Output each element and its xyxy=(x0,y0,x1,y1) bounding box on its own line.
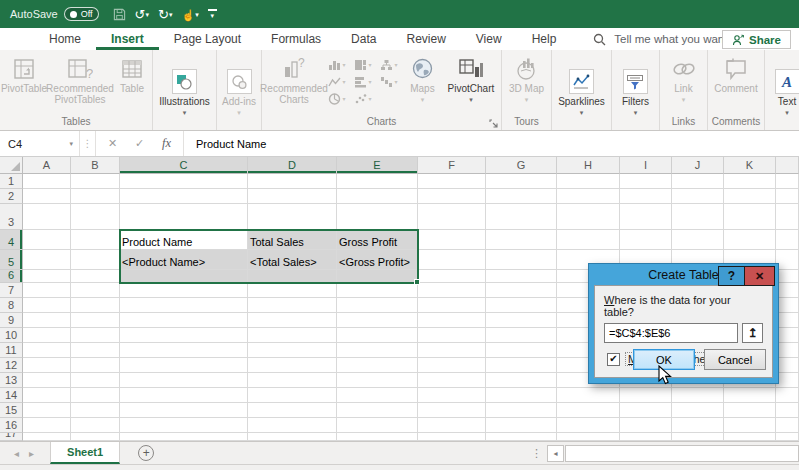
dropdown-icon[interactable] xyxy=(195,11,199,18)
cell-E3[interactable] xyxy=(337,204,418,230)
cell-H17[interactable] xyxy=(557,433,620,441)
cell-G2[interactable] xyxy=(486,189,557,204)
autosave-toggle[interactable]: Off xyxy=(64,7,99,21)
cell-C7[interactable] xyxy=(120,283,248,298)
cell-B12[interactable] xyxy=(71,358,120,373)
row-header-10[interactable]: 10 xyxy=(0,328,23,343)
column-header-E[interactable]: E xyxy=(337,157,418,174)
tab-review[interactable]: Review xyxy=(391,28,460,50)
cell-E11[interactable] xyxy=(337,343,418,358)
column-header-K[interactable]: K xyxy=(724,157,776,174)
cell-K4[interactable] xyxy=(724,230,776,250)
cell-A17[interactable] xyxy=(23,433,71,441)
cell-G8[interactable] xyxy=(486,298,557,313)
cell-A12[interactable] xyxy=(23,358,71,373)
cell-partial-1[interactable] xyxy=(776,174,799,189)
cell-E16[interactable] xyxy=(337,418,418,433)
cell-A10[interactable] xyxy=(23,328,71,343)
cell-D11[interactable] xyxy=(248,343,337,358)
sheet-tab-sheet1[interactable]: Sheet1 xyxy=(50,442,120,464)
cancel-entry-icon[interactable]: ✕ xyxy=(99,137,126,150)
row-header-16[interactable]: 16 xyxy=(0,418,23,433)
column-chart-button[interactable] xyxy=(324,56,350,73)
cell-F6[interactable] xyxy=(418,270,486,283)
cell-A13[interactable] xyxy=(23,373,71,388)
cell-B8[interactable] xyxy=(71,298,120,313)
cell-H2[interactable] xyxy=(557,189,620,204)
cell-D9[interactable] xyxy=(248,313,337,328)
cell-G1[interactable] xyxy=(486,174,557,189)
cell-D5[interactable]: <Total Sales> xyxy=(248,250,337,270)
cell-E5[interactable]: <Gross Profit> xyxy=(337,250,418,270)
cell-E8[interactable] xyxy=(337,298,418,313)
recommended-pivottables-button[interactable]: ? Recommended PivotTables xyxy=(46,52,114,105)
pivottable-button[interactable]: PivotTable xyxy=(2,52,46,95)
cell-E12[interactable] xyxy=(337,358,418,373)
cell-F17[interactable] xyxy=(418,433,486,441)
filters-button[interactable]: Filters xyxy=(620,66,651,116)
cell-E13[interactable] xyxy=(337,373,418,388)
cell-I4[interactable] xyxy=(620,230,672,250)
share-button[interactable]: Share xyxy=(722,30,791,49)
autosave-control[interactable]: AutoSave Off xyxy=(10,7,99,21)
cell-A16[interactable] xyxy=(23,418,71,433)
column-header-partial[interactable] xyxy=(776,157,799,174)
cell-K14[interactable] xyxy=(724,388,776,403)
row-header-1[interactable]: 1 xyxy=(0,174,23,189)
cell-B17[interactable] xyxy=(71,433,120,441)
cell-F7[interactable] xyxy=(418,283,486,298)
cell-A4[interactable] xyxy=(23,230,71,250)
cell-C16[interactable] xyxy=(120,418,248,433)
cell-partial-10[interactable] xyxy=(776,328,799,343)
cell-E10[interactable] xyxy=(337,328,418,343)
cell-D10[interactable] xyxy=(248,328,337,343)
cell-D16[interactable] xyxy=(248,418,337,433)
cell-H3[interactable] xyxy=(557,204,620,230)
cell-K17[interactable] xyxy=(724,433,776,441)
cell-C14[interactable] xyxy=(120,388,248,403)
select-all-corner[interactable] xyxy=(0,157,23,174)
cell-partial-17[interactable] xyxy=(776,433,799,441)
cell-partial-15[interactable] xyxy=(776,403,799,418)
line-chart-button[interactable] xyxy=(324,73,350,90)
cell-D4[interactable]: Total Sales xyxy=(248,230,337,250)
cell-B16[interactable] xyxy=(71,418,120,433)
cell-D2[interactable] xyxy=(248,189,337,204)
row-header-9[interactable]: 9 xyxy=(0,313,23,328)
cell-G13[interactable] xyxy=(486,373,557,388)
tab-data[interactable]: Data xyxy=(336,28,391,50)
cell-H16[interactable] xyxy=(557,418,620,433)
cell-J14[interactable] xyxy=(672,388,724,403)
cell-partial-2[interactable] xyxy=(776,189,799,204)
cell-C15[interactable] xyxy=(120,403,248,418)
cell-partial-3[interactable] xyxy=(776,204,799,230)
cell-A11[interactable] xyxy=(23,343,71,358)
cell-D7[interactable] xyxy=(248,283,337,298)
touch-mouse-mode-button[interactable] xyxy=(181,5,198,23)
cell-C9[interactable] xyxy=(120,313,248,328)
waterfall-chart-button[interactable] xyxy=(376,73,402,90)
customize-qat-button[interactable] xyxy=(208,9,217,19)
confirm-entry-icon[interactable]: ✓ xyxy=(126,137,153,150)
save-button[interactable] xyxy=(113,8,126,21)
cell-A8[interactable] xyxy=(23,298,71,313)
column-header-J[interactable]: J xyxy=(672,157,724,174)
cancel-button[interactable]: Cancel xyxy=(704,349,766,370)
dropdown-icon[interactable] xyxy=(169,11,173,18)
row-header-13[interactable]: 13 xyxy=(0,373,23,388)
recommended-charts-button[interactable]: ? Recommended Charts xyxy=(266,52,322,105)
cell-C11[interactable] xyxy=(120,343,248,358)
cell-D17[interactable] xyxy=(248,433,337,441)
pivotchart-button[interactable]: PivotChart xyxy=(441,52,501,103)
pie-chart-button[interactable] xyxy=(324,90,350,107)
cell-G4[interactable] xyxy=(486,230,557,250)
scroll-thumb[interactable] xyxy=(565,445,799,462)
cell-partial-14[interactable] xyxy=(776,388,799,403)
cell-H1[interactable] xyxy=(557,174,620,189)
scatter-chart-button[interactable] xyxy=(350,90,376,107)
cell-D6[interactable] xyxy=(248,270,337,283)
hierarchy-chart-button[interactable] xyxy=(376,56,402,73)
link-button[interactable]: Link xyxy=(664,52,704,103)
cell-C12[interactable] xyxy=(120,358,248,373)
prev-sheet-icon[interactable] xyxy=(14,448,19,459)
